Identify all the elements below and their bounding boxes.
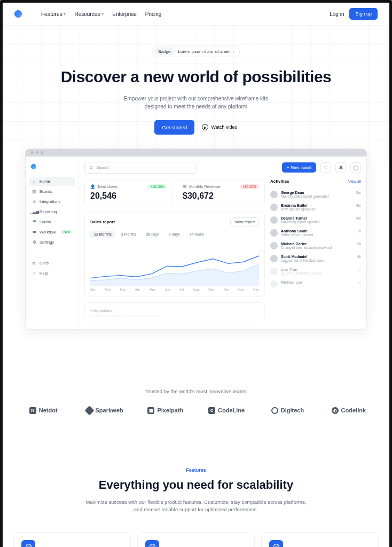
- brand-digitech: Digitech: [260, 407, 315, 414]
- avatar: [270, 191, 278, 198]
- brand-name: Codelink: [341, 407, 366, 413]
- sidebar-item-forms[interactable]: ☰Forms: [29, 217, 75, 226]
- trusted-section: Trusted by the world's most innovative t…: [3, 388, 389, 414]
- watch-video-button[interactable]: ▶ Watch video: [202, 124, 237, 130]
- brand-icon: ▦: [147, 407, 154, 414]
- activity-time: 5m: [356, 191, 361, 198]
- check-icon: [269, 540, 283, 547]
- tab-30-days[interactable]: 30 days: [142, 231, 163, 238]
- avatar: [270, 204, 278, 211]
- stat-total-users: 👤Total Users+10.10% 20,546: [84, 179, 173, 206]
- brand-name: Pixelpath: [157, 407, 183, 413]
- svg-point-2: [26, 544, 31, 547]
- avatar: [270, 255, 278, 262]
- stat-revenue-value: $30,672: [183, 191, 259, 201]
- plus-icon: +: [287, 165, 289, 170]
- view-all-link[interactable]: View all: [348, 179, 361, 183]
- sidebar-item-help[interactable]: ?Help: [29, 269, 75, 278]
- sidebar-item-integrations[interactable]: ⎋Integrations: [29, 197, 75, 206]
- activity-name: Michael Lee: [281, 280, 354, 284]
- activities-panel: Activities View all George DeanMonthly s…: [270, 179, 361, 324]
- signup-button[interactable]: Sign up: [349, 8, 378, 20]
- login-link[interactable]: Log in: [330, 11, 344, 17]
- activity-name: Anthony Smith: [281, 229, 354, 233]
- chevron-down-icon: ▾: [101, 12, 104, 17]
- bar-icon: ▁▃▅: [32, 209, 36, 214]
- hero-badge[interactable]: Badge Lorem ipsum dolor sit amet ›: [152, 46, 239, 57]
- search-input[interactable]: Search: [84, 162, 197, 174]
- feature-card: Advanced analytic: [261, 532, 379, 547]
- activity-time: 1d: [357, 268, 361, 275]
- activity-desc: Quarterly marketing report: [281, 271, 354, 275]
- tab-3-months[interactable]: 3 months: [117, 231, 140, 238]
- activity-time: 9m: [356, 216, 361, 224]
- play-icon: ▶: [202, 124, 208, 130]
- nav-enterprise[interactable]: Enterprise: [112, 11, 137, 17]
- avatar-button[interactable]: ◯: [350, 162, 361, 173]
- features-section: Features Everything you need for scalabi…: [3, 467, 389, 548]
- brand-name: CodeLine: [218, 407, 245, 413]
- nav-resources[interactable]: Resources▾: [74, 11, 104, 17]
- stat-revenue: 💳︎Monthly Revenue+10.10% $30,672: [177, 179, 265, 206]
- month-label: Feb: [105, 288, 110, 291]
- gear-icon: ⚙: [32, 240, 36, 244]
- sales-title: Sales report: [90, 220, 115, 224]
- month-label: Apr: [135, 288, 140, 291]
- feature-cards-row: Real time dataData visualizationAdvanced…: [13, 532, 379, 547]
- activity-time: 8m: [356, 204, 361, 211]
- hero-section: Badge Lorem ipsum dolor sit amet › Disco…: [3, 25, 389, 340]
- activity-name: Scott Mcdaniel: [281, 255, 354, 259]
- dashboard-sidebar: ⌂Home▥Boards⎋Integrations▁▃▅Reporting☰Fo…: [26, 157, 79, 329]
- check-icon: [145, 540, 159, 547]
- sales-chart: [90, 243, 259, 286]
- get-started-button[interactable]: Get started: [154, 120, 194, 135]
- feature-card: Real time data: [13, 532, 131, 547]
- activity-desc: Logged out of the dashboard: [281, 259, 354, 262]
- tab-12-months[interactable]: 12 months: [90, 231, 115, 238]
- flow-icon: ⇄: [32, 230, 36, 234]
- sidebar-item-settings[interactable]: ⚙Settings: [29, 238, 75, 247]
- hero-title: Discover a new world of possibilities: [57, 67, 335, 87]
- brand-sparkweb: Sparkweb: [76, 407, 132, 414]
- plug-icon: ⎋: [32, 199, 36, 204]
- nav-features[interactable]: Features▾: [41, 11, 66, 17]
- activity-desc: New dataset uploaded: [281, 207, 353, 211]
- svg-point-3: [150, 544, 155, 547]
- avatar: [270, 229, 278, 237]
- activity-name: Deanna Turner: [281, 216, 353, 220]
- favorite-button[interactable]: ♡: [320, 162, 331, 173]
- activity-time: 1h: [357, 229, 361, 237]
- activities-title: Activities: [270, 179, 289, 184]
- nav-pricing[interactable]: Pricing: [145, 11, 162, 17]
- sidebar-item-label: Boards: [40, 189, 52, 194]
- view-report-button[interactable]: View report: [230, 217, 259, 226]
- dashboard-mock: ⌂Home▥Boards⎋Integrations▁▃▅Reporting☰Fo…: [25, 149, 367, 330]
- sidebar-item-home[interactable]: ⌂Home: [29, 177, 75, 186]
- new-badge: New: [61, 230, 72, 234]
- brand-logo-icon: [14, 10, 22, 18]
- sidebar-item-docs[interactable]: 🗎Docs: [29, 259, 75, 268]
- brand-icon: C: [208, 407, 215, 414]
- page: Features▾ Resources▾ Enterprise Pricing …: [3, 3, 389, 547]
- new-board-button[interactable]: + New board: [282, 162, 316, 173]
- sidebar-item-boards[interactable]: ▥Boards: [29, 187, 75, 196]
- tab-24-hours[interactable]: 24 hours: [186, 231, 208, 238]
- avatar: [270, 268, 278, 275]
- brand-icon: [271, 407, 278, 414]
- sidebar-item-label: Settings: [40, 240, 54, 245]
- tab-7-days[interactable]: 7 days: [165, 231, 184, 238]
- sidebar-item-reporting[interactable]: ▁▃▅Reporting: [29, 207, 75, 216]
- brand-name: Digitech: [281, 407, 304, 413]
- nav-enterprise-label: Enterprise: [112, 11, 137, 17]
- activity-desc: Changed their account password: [281, 246, 354, 249]
- brand-icon: [84, 405, 94, 415]
- form-icon: ☰: [32, 220, 36, 224]
- brand-icon: N: [29, 407, 36, 414]
- sidebar-item-workflow[interactable]: ⇄WorkflowNew: [29, 228, 75, 237]
- svg-line-1: [92, 168, 93, 169]
- nav-pricing-label: Pricing: [145, 11, 162, 17]
- brand-name: Sparkweb: [96, 407, 123, 413]
- page-frame: Features▾ Resources▾ Enterprise Pricing …: [0, 0, 392, 547]
- notifications-button[interactable]: 🔔︎: [335, 162, 346, 173]
- dashboard-main: Search + New board ♡ 🔔︎ ◯: [79, 157, 366, 329]
